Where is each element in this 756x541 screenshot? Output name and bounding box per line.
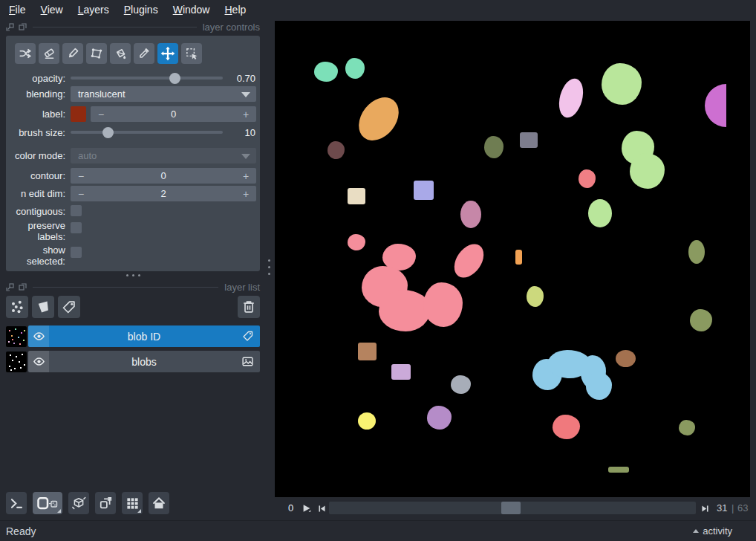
decrement-button[interactable]: − (76, 188, 85, 200)
label-blob (449, 239, 490, 283)
new-labels-button[interactable] (58, 296, 80, 318)
decrement-button[interactable]: − (76, 170, 85, 182)
new-labels-icon (62, 299, 76, 314)
new-shapes-button[interactable] (32, 296, 54, 318)
label-blob (484, 136, 504, 158)
play-button[interactable] (301, 502, 313, 514)
menu-file[interactable]: File (9, 4, 26, 16)
image-layer-type-icon (241, 355, 254, 368)
skip-to-end-button[interactable] (699, 502, 711, 514)
preserve-labels-checkbox[interactable] (71, 222, 82, 233)
label-blob (348, 188, 365, 204)
float-panel-icon[interactable] (6, 23, 14, 31)
brush-size-value: 10 (245, 127, 255, 138)
layer-row-blob-id[interactable]: blob ID (28, 325, 260, 347)
label-color-swatch[interactable] (71, 106, 86, 122)
ndisplay-button[interactable] (33, 492, 62, 514)
panel-resize-handle[interactable] (6, 274, 260, 276)
layer-thumbnail (6, 326, 27, 347)
color-mode-value: auto (78, 150, 97, 161)
skip-to-start-button[interactable] (316, 502, 328, 514)
layer-name: blobs (28, 356, 260, 368)
label-blob (586, 372, 612, 400)
dims-slider-handle[interactable] (501, 502, 521, 514)
show-selected-checkbox[interactable] (71, 247, 82, 258)
increment-button[interactable]: + (241, 108, 250, 120)
opacity-slider-handle[interactable] (169, 73, 180, 84)
brush-size-slider-handle[interactable] (102, 127, 114, 138)
layer-row-blobs[interactable]: blobs (28, 351, 260, 372)
eraser-tool-button[interactable] (39, 43, 59, 64)
decrement-button[interactable]: − (97, 108, 105, 120)
transform-icon (185, 47, 198, 60)
delete-layer-button[interactable] (238, 296, 260, 318)
color-mode-label: color mode: (6, 150, 65, 161)
color-picker-tool-button[interactable] (134, 43, 154, 64)
dims-slider-track[interactable] (329, 502, 696, 514)
blending-select[interactable]: translucent (71, 86, 256, 102)
label-blob (602, 63, 642, 105)
increment-button[interactable]: + (241, 188, 250, 200)
menu-view[interactable]: View (41, 4, 63, 16)
menu-layers[interactable]: Layers (78, 4, 109, 16)
grid-view-button[interactable] (122, 492, 143, 514)
shuffle-colors-icon (19, 47, 32, 60)
console-icon (10, 496, 24, 511)
paintbrush-icon (66, 47, 79, 60)
brush-size-row: brush size: 10 (6, 126, 260, 138)
increment-button[interactable]: + (241, 170, 250, 182)
new-points-button[interactable] (6, 296, 28, 318)
label-blob (379, 290, 431, 331)
status-message: Ready (6, 525, 36, 537)
label-blob (427, 406, 452, 430)
polygon-tool-button[interactable] (86, 43, 107, 64)
pan-zoom-tool-button[interactable] (157, 43, 178, 64)
activity-toggle[interactable]: activity (693, 525, 732, 537)
home-button[interactable] (149, 492, 169, 514)
menu-bar: FileViewLayersPluginsWindowHelp (0, 0, 756, 19)
opacity-label: opacity: (6, 73, 65, 84)
contour-spinbox[interactable]: − 0 + (71, 168, 256, 184)
transpose-button[interactable] (95, 492, 116, 514)
layer-row-wrap: blobs (6, 351, 260, 372)
roll-dims-button[interactable] (68, 492, 89, 514)
label-blob (515, 250, 522, 265)
n-edit-dim-row: n edit dim: − 2 + (6, 186, 260, 202)
menu-plugins[interactable]: Plugins (124, 4, 158, 16)
label-blob (688, 240, 705, 264)
contiguous-checkbox[interactable] (71, 205, 82, 216)
layer-list-header: layer list (6, 281, 260, 293)
transform-tool-button[interactable] (181, 43, 202, 64)
label-blob (579, 169, 596, 188)
layer-list-title: layer list (224, 282, 260, 293)
label-blob (608, 467, 629, 473)
contiguous-label: contiguous: (6, 206, 65, 217)
console-button[interactable] (6, 492, 27, 514)
hide-panel-icon[interactable] (19, 23, 27, 31)
hide-panel-icon[interactable] (19, 283, 27, 291)
label-label: label: (6, 108, 65, 120)
brush-size-slider[interactable] (71, 126, 223, 138)
paintbrush-tool-button[interactable] (62, 43, 83, 64)
viewer-canvas[interactable] (275, 21, 750, 497)
opacity-slider[interactable] (71, 72, 223, 84)
show-selected-label: show selected: (6, 244, 65, 267)
label-blob (451, 375, 471, 394)
n-edit-dim-spinbox[interactable]: − 2 + (71, 186, 256, 201)
new-points-icon (10, 299, 25, 314)
menu-window[interactable]: Window (173, 4, 210, 16)
header-divider (33, 287, 218, 288)
dock-resize-handle[interactable] (268, 259, 270, 275)
label-blob (553, 415, 580, 439)
shuffle-colors-tool-button[interactable] (15, 43, 36, 64)
label-blob (328, 141, 345, 159)
float-panel-icon[interactable] (6, 283, 14, 291)
layer-row-wrap: blob ID (6, 325, 260, 347)
fill-bucket-tool-button[interactable] (110, 43, 131, 64)
viewer-buttons (6, 492, 169, 514)
label-spinbox[interactable]: − 0 + (91, 106, 256, 122)
menu-help[interactable]: Help (224, 4, 246, 16)
label-blob (423, 282, 463, 327)
layer-controls-title: layer controls (203, 22, 260, 33)
status-bar: Ready activity (0, 520, 756, 541)
